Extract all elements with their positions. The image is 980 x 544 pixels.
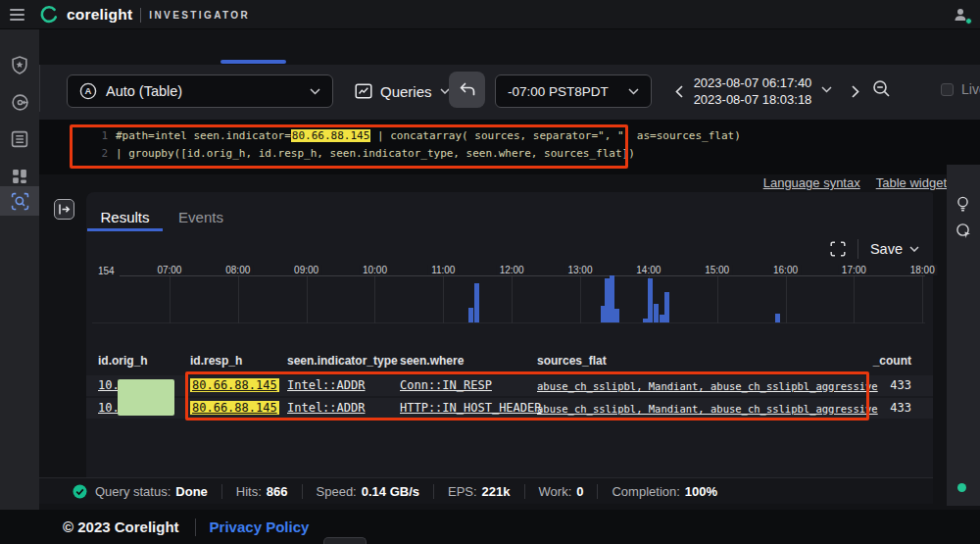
live-toggle[interactable]: Live: [941, 81, 980, 97]
x-axis-tick-label: 07:00: [154, 265, 184, 275]
zoom-out-icon[interactable]: [872, 79, 891, 98]
status-completion: Completion:100%: [597, 484, 731, 499]
undo-icon: [459, 82, 475, 97]
cutoff-element: [323, 537, 367, 544]
results-panel: Results Events Save 154 07:0008:0009:001…: [86, 192, 933, 477]
sources-flat-link[interactable]: abuse_ch_sslipbl, Mandiant, abuse_ch_ssl…: [537, 403, 878, 415]
save-button[interactable]: Save: [870, 241, 919, 257]
indicator-type-link[interactable]: Intel::ADDR: [287, 378, 365, 392]
sidebar-item-alerts[interactable]: [0, 48, 39, 81]
view-selector-value: Auto (Table): [106, 83, 182, 99]
tab-results[interactable]: Results: [87, 202, 163, 231]
time-range-next-button[interactable]: [845, 78, 866, 104]
chevron-down-icon: [628, 88, 639, 95]
search-toolbar: A Auto (Table) Queries -07:00 PST8PDT: [39, 65, 980, 120]
search-scan-icon: [11, 192, 29, 211]
results-toolbar: Save: [830, 239, 919, 259]
seen-where-link[interactable]: Conn::IN_RESP: [400, 378, 492, 392]
product-name: INVESTIGATOR: [149, 10, 250, 21]
active-tab-indicator: [87, 228, 163, 231]
column-header[interactable]: seen.indicator_type: [287, 354, 398, 368]
redaction-overlay: [118, 379, 174, 416]
resp-h-link[interactable]: 80.66.88.145: [190, 378, 279, 392]
footer-divider: [195, 519, 196, 536]
user-icon[interactable]: [953, 7, 970, 24]
copyright-text: © 2023 Corelight: [63, 519, 179, 535]
chevron-down-icon: [310, 88, 320, 95]
line-number: 2: [94, 147, 108, 160]
count-value: 433: [890, 378, 911, 392]
histogram-plot[interactable]: [92, 276, 925, 323]
gridline: [786, 276, 787, 323]
brand: corelight INVESTIGATOR: [39, 0, 250, 29]
corelight-investigator-app: corelight INVESTIGATOR: [0, 0, 980, 544]
seen-where-link[interactable]: HTTP::IN_HOST_HEADER: [400, 401, 542, 415]
query-line-1: #path=intel seen.indicator=80.66.88.145 …: [116, 129, 741, 142]
check-circle-icon: [73, 484, 87, 499]
table-header: id.orig_h id.resp_h seen.indicator_type …: [86, 348, 933, 371]
x-axis-tick-label: 12:00: [497, 265, 527, 275]
histogram-bar: [474, 283, 479, 322]
undo-query-button[interactable]: [449, 72, 485, 108]
histogram-bar: [643, 319, 648, 322]
column-header[interactable]: _count: [873, 354, 911, 368]
x-axis-tick-label: 16:00: [770, 265, 801, 275]
resp-h-link[interactable]: 80.66.88.145: [190, 401, 279, 415]
shield-star-icon: [11, 56, 28, 74]
presence-dot: [965, 18, 972, 25]
status-eps: EPS:221k: [433, 484, 524, 499]
indicator-type-link[interactable]: Intel::ADDR: [287, 401, 365, 415]
gridline: [443, 276, 444, 323]
x-axis-tick-label: 08:00: [222, 265, 253, 275]
gridline: [717, 276, 718, 323]
brand-name: corelight: [67, 6, 132, 24]
query-line-2: | groupby([id.orig_h, id.resp_h, seen.in…: [116, 147, 635, 160]
gridline: [374, 276, 375, 323]
language-syntax-link[interactable]: Language syntax: [763, 175, 860, 192]
table-row: 10.2 80.66.88.145 Intel::ADDR Conn::IN_R…: [86, 375, 933, 396]
x-axis-tick-label: 15:00: [702, 265, 732, 275]
sources-flat-link[interactable]: abuse_ch_sslipbl, Mandiant, abuse_ch_ssl…: [537, 380, 878, 392]
results-histogram: 154 07:0008:0009:0010:0011:0012:0013:001…: [92, 263, 925, 328]
time-range-to: 2023-08-07 18:03:18: [694, 91, 812, 108]
footer: © 2023 Corelight Privacy Policy: [0, 510, 980, 544]
table-widget-link[interactable]: Table widget: [876, 175, 947, 192]
fullscreen-icon[interactable]: [830, 241, 846, 257]
lightbulb-icon[interactable]: [956, 196, 970, 214]
sidebar-item-queries-list[interactable]: [0, 123, 39, 156]
line-number: 1: [94, 129, 108, 142]
status-work: Work:0: [524, 484, 598, 499]
record-cursor-icon[interactable]: [956, 223, 972, 239]
menu-icon[interactable]: [10, 9, 24, 21]
sidebar-item-search[interactable]: [0, 186, 39, 216]
view-selector-dropdown[interactable]: A Auto (Table): [67, 74, 333, 108]
sidebar-item-detections[interactable]: [0, 85, 39, 119]
x-axis-tick-label: 09:00: [291, 265, 321, 275]
gridline: [922, 276, 923, 323]
circled-a-icon: A: [79, 82, 97, 100]
x-axis-tick-label: 14:00: [633, 265, 663, 275]
gridline: [238, 276, 239, 323]
toolbar-divider: [858, 239, 858, 259]
time-range-display[interactable]: 2023-08-07 06:17:40 2023-08-07 18:03:18: [686, 74, 819, 108]
privacy-policy-link[interactable]: Privacy Policy: [210, 519, 310, 535]
timezone-dropdown[interactable]: -07:00 PST8PDT: [495, 74, 652, 108]
query-editor[interactable]: 1 2 #path=intel seen.indicator=80.66.88.…: [39, 120, 980, 174]
gridline: [512, 276, 513, 323]
histogram-bar: [468, 308, 473, 322]
column-header[interactable]: seen.where: [400, 354, 464, 368]
x-axis-tick-label: 17:00: [839, 265, 869, 275]
x-axis-tick-label: 18:00: [907, 265, 938, 275]
status-query: Query status:Done: [59, 484, 221, 499]
time-range-chevron-down-icon[interactable]: [821, 86, 832, 93]
queries-button[interactable]: Queries: [355, 74, 450, 108]
live-label: Live: [961, 81, 980, 97]
column-header[interactable]: id.orig_h: [98, 354, 148, 368]
histogram-bar: [664, 292, 669, 322]
tab-events[interactable]: Events: [172, 202, 229, 231]
column-header[interactable]: id.resp_h: [190, 354, 242, 368]
x-axis-tick-label: 11:00: [428, 265, 458, 275]
column-header[interactable]: sources_flat: [537, 354, 607, 368]
panel-toggle-icon[interactable]: [54, 199, 74, 220]
top-nav: corelight INVESTIGATOR: [0, 0, 980, 29]
